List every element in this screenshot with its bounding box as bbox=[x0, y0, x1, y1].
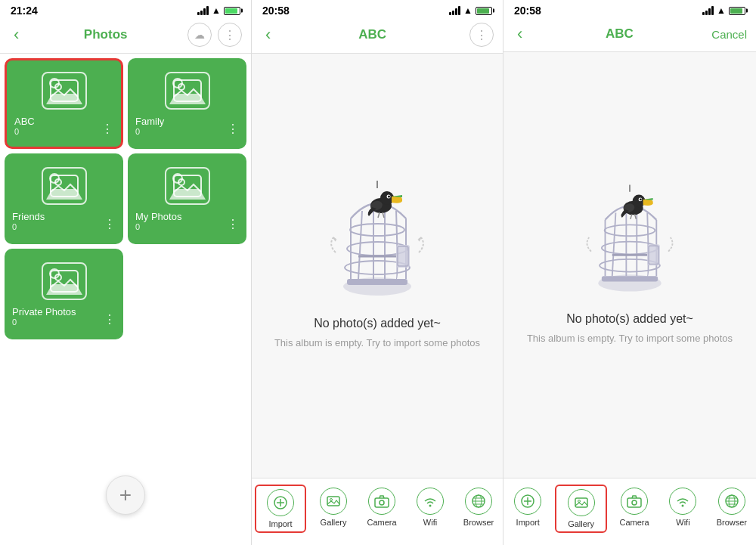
battery-icon-2 bbox=[476, 7, 492, 15]
svg-line-23 bbox=[383, 212, 384, 218]
status-time-3: 20:58 bbox=[514, 5, 541, 17]
status-time-2: 20:58 bbox=[262, 5, 290, 17]
import-icon-3 bbox=[514, 488, 541, 515]
album-icon-abc bbox=[42, 72, 87, 110]
album-more-myphotos[interactable]: ⋮ bbox=[227, 217, 239, 231]
birdcage-illustration-2 bbox=[324, 181, 430, 317]
svg-rect-2 bbox=[174, 80, 201, 101]
toolbar-browser-3[interactable]: Browser bbox=[708, 485, 756, 533]
album-tile-myphotos[interactable]: My Photos 0 ⋮ bbox=[128, 153, 246, 244]
svg-point-32 bbox=[380, 500, 384, 505]
album-more-private[interactable]: ⋮ bbox=[104, 312, 116, 327]
svg-rect-8 bbox=[51, 271, 78, 292]
back-button-2[interactable]: ‹ bbox=[261, 23, 275, 46]
album-count-abc: 0 bbox=[14, 127, 35, 136]
nav-bar-3: ‹ ABC Cancel bbox=[503, 20, 756, 52]
more-button-2[interactable]: ⋮ bbox=[469, 23, 494, 47]
album-tile-family[interactable]: Family 0 ⋮ bbox=[128, 58, 246, 149]
svg-rect-4 bbox=[51, 175, 78, 197]
album-icon-friends bbox=[42, 167, 87, 205]
svg-point-59 bbox=[578, 500, 580, 503]
empty-state-2: No photo(s) added yet~ This album is emp… bbox=[252, 54, 503, 478]
wifi-icon-3: ▲ bbox=[717, 5, 726, 16]
battery-icon-3 bbox=[729, 7, 745, 15]
album-more-friends[interactable]: ⋮ bbox=[104, 217, 116, 231]
toolbar-browser-2[interactable]: Browser bbox=[454, 485, 503, 533]
wifi-icon-1: ▲ bbox=[212, 5, 221, 16]
album-tile-abc[interactable]: ABC 0 ⋮ bbox=[5, 58, 123, 149]
album-name-family: Family bbox=[135, 116, 164, 127]
svg-point-33 bbox=[429, 505, 432, 507]
browser-label-2: Browser bbox=[463, 518, 494, 527]
toolbar-wifi-2[interactable]: Wifi bbox=[406, 485, 454, 533]
album-tile-friends[interactable]: Friends 0 ⋮ bbox=[5, 153, 123, 244]
wifi-toolbar-icon-2 bbox=[417, 488, 444, 515]
album-info-family: Family 0 ⋮ bbox=[135, 116, 239, 136]
nav-title-2: ABC bbox=[358, 27, 386, 42]
signal-icon-3 bbox=[702, 6, 714, 15]
svg-point-7 bbox=[178, 179, 184, 185]
back-button-3[interactable]: ‹ bbox=[513, 23, 527, 45]
toolbar-gallery-3[interactable]: Gallery bbox=[555, 485, 606, 533]
svg-rect-11 bbox=[347, 279, 407, 285]
svg-rect-40 bbox=[602, 277, 658, 282]
empty-title-2: No photo(s) added yet~ bbox=[314, 317, 441, 330]
svg-point-20 bbox=[388, 196, 390, 198]
toolbar-import-3[interactable]: Import bbox=[503, 485, 552, 533]
svg-point-30 bbox=[330, 499, 333, 501]
toolbar-camera-2[interactable]: Camera bbox=[358, 485, 406, 533]
toolbar-gallery-2[interactable]: Gallery bbox=[309, 485, 358, 533]
album-name-private: Private Photos bbox=[12, 306, 76, 317]
nav-icons-right-1: ☁ ⋮ bbox=[187, 23, 242, 47]
add-fab-button[interactable]: + bbox=[106, 475, 145, 515]
svg-rect-58 bbox=[575, 498, 587, 507]
signal-icon-2 bbox=[449, 6, 460, 15]
nav-title-3: ABC bbox=[606, 26, 634, 42]
svg-line-52 bbox=[635, 215, 637, 220]
browser-icon-3 bbox=[718, 488, 745, 515]
cancel-button-3[interactable]: Cancel bbox=[711, 28, 747, 41]
wifi-toolbar-icon-3 bbox=[669, 488, 696, 515]
back-button-1[interactable]: ‹ bbox=[9, 23, 23, 46]
albums-grid: ABC 0 ⋮ Family 0 ⋮ bbox=[0, 54, 251, 545]
more-icon-2: ⋮ bbox=[476, 28, 488, 42]
nav-bar-2: ‹ ABC ⋮ bbox=[252, 20, 503, 54]
svg-rect-6 bbox=[174, 175, 201, 197]
album-info-abc: ABC 0 ⋮ bbox=[14, 116, 113, 136]
status-time-1: 21:24 bbox=[11, 5, 38, 17]
camera-icon-2 bbox=[368, 488, 395, 515]
svg-point-3 bbox=[178, 84, 184, 90]
album-name-friends: Friends bbox=[12, 211, 45, 222]
toolbar-import-2[interactable]: Import bbox=[255, 485, 306, 533]
album-tile-private[interactable]: Private Photos 0 ⋮ bbox=[5, 249, 123, 339]
album-more-family[interactable]: ⋮ bbox=[227, 122, 239, 136]
gallery-icon-2 bbox=[320, 488, 347, 515]
signal-icon-1 bbox=[197, 6, 209, 15]
empty-subtitle-2: This album is empty. Try to import some … bbox=[274, 336, 480, 350]
empty-state-3: No photo(s) added yet~ This album is emp… bbox=[503, 52, 756, 478]
import-label-3: Import bbox=[516, 518, 540, 527]
more-icon-1: ⋮ bbox=[224, 28, 236, 42]
wifi-label-3: Wifi bbox=[676, 518, 689, 527]
nav-bar-1: ‹ Photos ☁ ⋮ bbox=[0, 20, 251, 54]
wifi-icon-2: ▲ bbox=[463, 5, 472, 16]
album-info-friends: Friends 0 ⋮ bbox=[12, 211, 116, 231]
album-more-abc[interactable]: ⋮ bbox=[101, 122, 113, 136]
screen-2: 20:58 ▲ ‹ ABC ⋮ bbox=[252, 0, 503, 545]
svg-rect-29 bbox=[327, 497, 339, 506]
gallery-icon-3 bbox=[568, 489, 595, 516]
status-icons-1: ▲ bbox=[197, 5, 240, 16]
toolbar-camera-3[interactable]: Camera bbox=[610, 485, 658, 533]
cloud-button-1[interactable]: ☁ bbox=[187, 23, 212, 47]
status-icons-2: ▲ bbox=[449, 5, 492, 16]
toolbar-wifi-3[interactable]: Wifi bbox=[658, 485, 707, 533]
svg-point-5 bbox=[55, 179, 61, 185]
album-icon-myphotos bbox=[165, 167, 210, 205]
import-icon-2 bbox=[267, 489, 294, 516]
empty-subtitle-3: This album is empty. Try to import some … bbox=[527, 332, 733, 345]
album-icon-private bbox=[42, 262, 87, 300]
svg-point-9 bbox=[55, 274, 61, 280]
album-count-friends: 0 bbox=[12, 222, 45, 231]
bottom-toolbar-3: Import Gallery Camera bbox=[503, 478, 756, 545]
more-button-1[interactable]: ⋮ bbox=[218, 23, 242, 47]
